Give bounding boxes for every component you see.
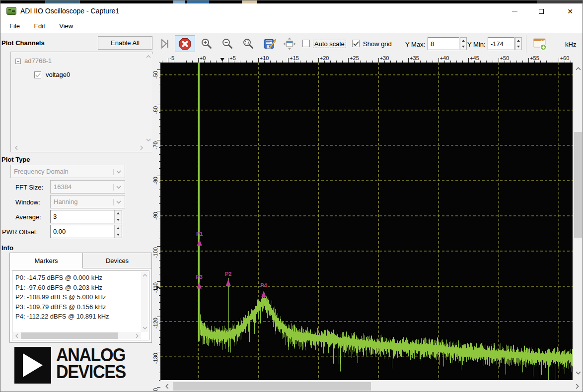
main-content: Plot Channels Enable All ad7768-1 voltag… [0, 33, 583, 392]
minimize-icon [512, 11, 517, 11]
y-max-spinner[interactable] [460, 37, 467, 50]
x-axis-tick-label: +35 [410, 55, 419, 61]
adi-triangle-logo-icon [14, 347, 51, 384]
minimize-button[interactable] [503, 3, 526, 19]
plot-type-combobox[interactable]: Frequency Domain [10, 165, 125, 178]
move-plot-button[interactable] [280, 36, 299, 51]
chevron-down-icon[interactable] [146, 137, 151, 143]
chevron-left-icon[interactable] [14, 333, 20, 339]
pwr-offset-label: PWR Offset: [2, 228, 38, 236]
pwr-offset-input[interactable] [51, 225, 114, 238]
adi-logo-text: ANALOG DEVICES [56, 347, 126, 381]
triangle-up-icon [117, 212, 120, 214]
average-input[interactable] [51, 210, 114, 223]
channel-tree[interactable]: ad7768-1 voltage0 [10, 52, 153, 152]
chevron-down-icon[interactable] [142, 325, 148, 331]
chevron-up-icon[interactable] [142, 272, 148, 278]
check-icon [353, 41, 359, 46]
save-plot-button[interactable] [261, 36, 279, 51]
chevron-left-icon[interactable] [162, 382, 171, 391]
y-min-entry[interactable] [488, 37, 514, 50]
spin-up-button[interactable] [515, 38, 521, 44]
scrollbar-thumb[interactable] [21, 332, 118, 339]
marker-triangle-icon[interactable] [197, 239, 202, 246]
move-plot-icon [283, 37, 296, 50]
triangle-up-icon [517, 40, 520, 42]
maximize-icon [539, 9, 544, 14]
scrollbar-thumb[interactable] [574, 132, 582, 238]
fft-size-combobox[interactable]: 16384 [50, 180, 125, 194]
chevron-down-icon[interactable] [574, 368, 582, 377]
spin-up-button[interactable] [115, 210, 122, 217]
capture-play-button[interactable] [157, 36, 172, 51]
info-vertical-scrollbar[interactable] [141, 271, 148, 332]
spin-up-button[interactable] [115, 225, 122, 232]
spin-down-button[interactable] [515, 44, 521, 50]
plot-vertical-scrollbar[interactable] [573, 63, 583, 380]
enable-all-button[interactable]: Enable All [98, 36, 152, 50]
analog-devices-logo: ANALOG DEVICES [14, 347, 132, 384]
channel-checkbox[interactable] [34, 71, 41, 78]
zoom-in-button[interactable] [198, 36, 215, 51]
y-max-entry[interactable] [428, 37, 459, 50]
chevron-left-icon[interactable] [13, 145, 19, 151]
auto-scale-checkbox[interactable] [302, 40, 310, 47]
new-plot-button[interactable] [529, 35, 551, 53]
average-spinbox[interactable] [50, 210, 122, 223]
y-axis-tick-label: -100 [152, 247, 158, 258]
window-function-combobox[interactable]: Hanning [50, 195, 125, 208]
info-horizontal-scrollbar[interactable] [13, 332, 141, 339]
y-min-spinner[interactable] [515, 37, 522, 50]
y-min-input[interactable] [488, 38, 514, 50]
marker-P4[interactable]: P4 [260, 282, 267, 297]
close-button[interactable]: ✕ [559, 3, 582, 19]
tree-device-label[interactable]: ad7768-1 [24, 57, 52, 65]
marker-info-line: P3: -109.79 dBFS @ 0.156 kHz [15, 302, 140, 312]
spin-up-button[interactable] [460, 38, 466, 44]
spin-down-button[interactable] [115, 232, 122, 238]
chevron-right-icon[interactable] [573, 382, 582, 391]
tree-expander-minus-icon[interactable] [15, 59, 21, 64]
chevron-right-icon[interactable] [139, 145, 145, 151]
x-axis-tick-label: +55 [530, 55, 539, 61]
markers-listbox[interactable]: P0: -14.75 dBFS @ 0.000 kHzP1: -97.60 dB… [12, 270, 149, 340]
marker-triangle-icon[interactable] [197, 282, 202, 289]
pwr-offset-spinbox[interactable] [50, 225, 122, 238]
y-max-input[interactable] [428, 38, 459, 50]
info-label: Info [1, 244, 13, 252]
menu-edit[interactable]: Edit [31, 21, 48, 31]
capture-play-icon [159, 38, 171, 50]
stop-capture-button[interactable] [175, 35, 195, 52]
chevron-down-icon [113, 184, 123, 191]
chevron-up-icon[interactable] [146, 54, 151, 60]
marker-triangle-icon[interactable] [226, 279, 231, 286]
y-axis-ruler: -50-60-70-80-90-100-110-120-130-140 [152, 63, 160, 392]
window-function-value: Hanning [54, 198, 77, 205]
show-grid-checkbox[interactable] [352, 40, 360, 47]
chevron-down-icon [113, 169, 123, 175]
zoom-out-button[interactable] [219, 36, 236, 51]
tree-horizontal-scrollbar[interactable] [11, 144, 146, 151]
plot-horizontal-scrollbar[interactable] [160, 380, 583, 392]
menu-view[interactable]: View [56, 21, 76, 31]
scrollbar-thumb[interactable] [173, 382, 371, 391]
tree-vertical-scrollbar[interactable] [145, 53, 152, 144]
show-grid-label[interactable]: Show grid [363, 40, 392, 48]
spin-down-button[interactable] [460, 44, 466, 50]
tab-markers[interactable]: Markers [10, 253, 83, 268]
maximize-button[interactable] [530, 3, 553, 19]
chevron-right-icon[interactable] [134, 333, 140, 339]
close-icon: ✕ [567, 7, 573, 15]
fft-size-label: FFT Size: [15, 184, 43, 191]
spin-down-button[interactable] [115, 217, 122, 223]
menu-file[interactable]: File [6, 21, 23, 31]
zoom-fit-button[interactable] [240, 36, 257, 51]
x-axis-cursor-arrow[interactable] [220, 58, 224, 62]
tab-devices[interactable]: Devices [83, 253, 151, 268]
plot-canvas[interactable]: P1P2P3P4 [160, 63, 573, 380]
titlebar[interactable]: ADI IIO Oscilloscope - Capture1 ✕ [0, 3, 583, 19]
channel-label[interactable]: voltage0 [46, 71, 70, 78]
chevron-up-icon[interactable] [574, 64, 582, 73]
auto-scale-label[interactable]: Auto scale [313, 40, 346, 48]
x-axis-tick-label: +25 [350, 55, 359, 61]
